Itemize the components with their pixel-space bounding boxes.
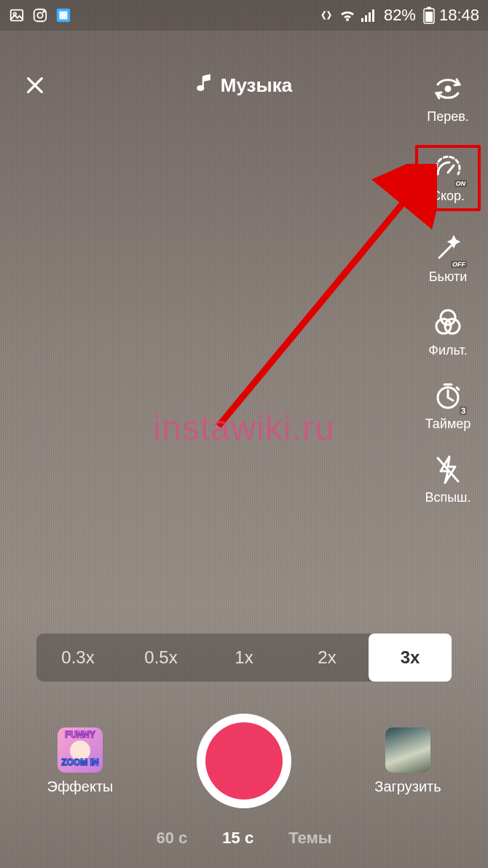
close-button[interactable] [19,69,51,101]
svg-rect-8 [365,15,367,22]
svg-point-17 [445,319,460,334]
status-time: 18:48 [439,6,479,25]
timer-button[interactable]: 3 Таймер [415,379,481,432]
duration-15s[interactable]: 15 с [222,829,253,848]
svg-point-18 [441,310,455,325]
svg-rect-13 [425,12,433,22]
speed-badge: ON [454,180,468,187]
battery-icon [423,7,435,24]
beauty-button[interactable]: OFF Бьюти [415,232,481,285]
speed-opt-0[interactable]: 0.3x [36,634,119,682]
flash-button[interactable]: Вспыш. [415,452,481,505]
upload-label: Загрузить [374,778,441,795]
speed-label: Скор. [431,189,465,204]
status-left [9,7,71,23]
svg-rect-10 [372,9,374,22]
upload-button[interactable]: Загрузить [364,727,452,795]
filter-label: Фильт. [428,343,467,358]
flip-label: Перев. [427,109,469,125]
effects-thumb-line1: FUNNY [58,730,103,739]
svg-point-15 [446,87,450,91]
status-right: 82% 18:48 [320,6,479,25]
duration-themes[interactable]: Темы [288,829,331,848]
svg-rect-9 [369,12,371,22]
add-music-button[interactable]: Музыка [196,73,292,98]
record-inner [205,722,283,800]
camera-tools-column: Перев. ON Скор. OFF Бьюти Фильт. 3 Тайме… [415,71,481,505]
timer-icon: 3 [430,379,465,414]
beauty-label: Бьюти [429,269,468,285]
flash-label: Вспыш. [425,490,471,505]
upload-thumbnail [385,727,430,773]
battery-percent: 82% [384,6,416,25]
speed-icon: ON [430,151,465,186]
record-button[interactable] [197,714,291,808]
svg-line-20 [219,194,410,426]
svg-rect-7 [361,18,363,22]
status-bar: 82% 18:48 [0,0,488,31]
svg-point-4 [43,11,44,12]
speed-opt-4[interactable]: 3x [369,634,452,682]
speed-selector: 0.3x 0.5x 1x 2x 3x [36,634,452,682]
picture-icon [9,7,25,23]
beauty-badge: OFF [451,261,467,268]
wifi-icon [339,8,356,23]
recycle-icon [320,8,334,23]
flash-off-icon [430,452,465,487]
app-icon [55,7,71,23]
effects-button[interactable]: FUNNY ZOOM IN Эффекты [36,727,124,795]
speed-button[interactable]: ON Скор. [415,145,481,211]
duration-tabs: 60 с 15 с Темы [0,829,488,848]
watermark-text: instawiki.ru [153,408,334,448]
speed-opt-1[interactable]: 0.5x [119,634,202,682]
flip-camera-button[interactable]: Перев. [415,71,481,125]
svg-point-14 [197,86,203,90]
music-note-icon [196,73,213,98]
speed-opt-2[interactable]: 1x [202,634,286,682]
svg-point-3 [37,12,42,17]
effects-thumbnail: FUNNY ZOOM IN [58,727,103,773]
wand-icon: OFF [430,232,465,267]
instagram-icon [32,7,48,23]
timer-label: Таймер [425,417,471,432]
svg-rect-0 [11,10,23,21]
svg-rect-6 [60,12,68,20]
filter-button[interactable]: Фильт. [415,305,481,358]
svg-rect-12 [427,7,431,9]
speed-opt-3[interactable]: 2x [286,634,369,682]
flip-icon [430,71,465,106]
signal-icon [361,8,377,23]
annotation-arrow [204,164,437,441]
camera-bottom-row: FUNNY ZOOM IN Эффекты Загрузить [0,714,488,808]
effects-thumb-line2: ZOOM IN [58,758,103,767]
filter-icon [430,305,465,340]
effects-label: Эффекты [47,778,114,795]
duration-60s[interactable]: 60 с [156,829,187,848]
music-label: Музыка [221,74,292,97]
timer-badge: 3 [460,406,467,415]
